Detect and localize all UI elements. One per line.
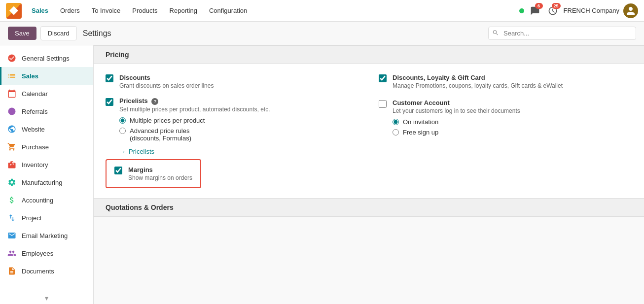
sidebar-item-sales[interactable]: Sales xyxy=(0,67,93,85)
customer-account-radio-free[interactable]: Free sign up xyxy=(393,129,520,136)
discounts-setting: Discounts Grant discounts on sales order… xyxy=(106,74,359,89)
pricelists-link-arrow: → xyxy=(119,148,126,155)
margins-checkbox[interactable] xyxy=(114,167,122,174)
website-icon xyxy=(7,124,17,134)
pricing-right-column: Discounts, Loyalty & Gift Card Manage Pr… xyxy=(379,74,632,188)
sidebar-label-general-settings: General Settings xyxy=(22,55,70,62)
app-logo[interactable] xyxy=(6,3,22,19)
discounts-desc: Grant discounts on sales order lines xyxy=(119,82,214,89)
sidebar-item-employees[interactable]: Employees xyxy=(0,244,93,262)
pricelists-setting: Pricelists ? Set multiple prices per pro… xyxy=(106,97,359,155)
discounts-checkbox[interactable] xyxy=(106,74,113,82)
nav-to-invoice[interactable]: To Invoice xyxy=(87,4,126,17)
general-settings-icon xyxy=(7,53,17,63)
avatar-icon xyxy=(626,6,636,16)
radio-multiple-prices-label: Multiple prices per product xyxy=(130,117,205,124)
user-avatar[interactable] xyxy=(623,3,638,18)
radio-advanced-rules-label: Advanced price rules(discounts, Formulas… xyxy=(130,127,191,142)
search-wrap xyxy=(488,27,636,40)
scroll-down-indicator: ▾ xyxy=(45,294,48,302)
pricing-left-column: Discounts Grant discounts on sales order… xyxy=(106,74,359,188)
pricelists-radio-advanced[interactable]: Advanced price rules(discounts, Formulas… xyxy=(119,127,270,142)
search-input[interactable] xyxy=(488,27,636,40)
status-indicator xyxy=(519,8,524,13)
sidebar-label-sales: Sales xyxy=(22,72,38,80)
sidebar-item-inventory[interactable]: Inventory xyxy=(0,156,93,173)
sidebar-item-calendar[interactable]: Calendar xyxy=(0,85,93,102)
project-icon xyxy=(7,213,17,223)
sidebar-label-accounting: Accounting xyxy=(22,197,53,204)
margins-text: Margins Show margins on orders xyxy=(128,166,192,181)
email-marketing-icon xyxy=(7,231,17,240)
accounting-icon xyxy=(7,195,17,205)
clock-badge: 25 xyxy=(552,3,561,9)
nav-sales[interactable]: Sales xyxy=(27,4,53,17)
toolbar: Save Discard Settings xyxy=(0,22,644,45)
logo-shape xyxy=(9,6,18,15)
discounts-label: Discounts xyxy=(119,74,214,81)
sales-icon xyxy=(7,71,17,81)
customer-account-radio-invitation[interactable]: On invitation xyxy=(393,118,520,126)
pricelists-link[interactable]: → Pricelists xyxy=(119,148,270,155)
referrals-icon xyxy=(7,106,17,116)
discounts-loyalty-checkbox[interactable] xyxy=(379,74,387,82)
pricelists-link-label: Pricelists xyxy=(129,148,154,155)
documents-icon xyxy=(7,266,17,276)
nav-products[interactable]: Products xyxy=(127,4,162,17)
margins-desc: Show margins on orders xyxy=(128,174,192,181)
sidebar-label-project: Project xyxy=(22,214,41,222)
radio-advanced-rules[interactable] xyxy=(119,128,126,134)
nav-orders[interactable]: Orders xyxy=(55,4,85,17)
sidebar-item-general-settings[interactable]: General Settings xyxy=(0,49,93,67)
pricing-section-header: Pricing xyxy=(94,45,644,64)
margins-label: Margins xyxy=(128,166,192,173)
discounts-loyalty-text: Discounts, Loyalty & Gift Card Manage Pr… xyxy=(393,74,563,89)
sidebar-item-manufacturing[interactable]: Manufacturing xyxy=(0,173,93,191)
sidebar-item-project[interactable]: Project xyxy=(0,209,93,227)
customer-account-text: Customer Account Let your customers log … xyxy=(393,99,520,136)
sidebar-label-purchase: Purchase xyxy=(22,143,49,151)
calendar-icon xyxy=(7,89,17,99)
sidebar-item-accounting[interactable]: Accounting xyxy=(0,191,93,209)
pricing-settings-grid: Discounts Grant discounts on sales order… xyxy=(106,74,632,188)
sidebar-label-documents: Documents xyxy=(22,268,54,275)
customer-account-desc: Let your customers log in to see their d… xyxy=(393,107,520,114)
nav-configuration[interactable]: Configuration xyxy=(204,4,252,17)
radio-on-invitation[interactable] xyxy=(393,119,399,125)
sidebar-item-referrals[interactable]: Referrals xyxy=(0,102,93,120)
sidebar-label-calendar: Calendar xyxy=(22,90,48,98)
pricelists-checkbox[interactable] xyxy=(106,98,113,106)
pricing-header-label: Pricing xyxy=(106,51,129,59)
sidebar-label-manufacturing: Manufacturing xyxy=(22,179,62,186)
sidebar-label-referrals: Referrals xyxy=(22,108,48,115)
nav-menu: Sales Orders To Invoice Products Reporti… xyxy=(27,4,252,17)
purchase-icon xyxy=(7,142,17,152)
pricelists-help-icon[interactable]: ? xyxy=(151,98,158,105)
customer-account-checkbox[interactable] xyxy=(379,100,387,108)
radio-on-invitation-label: On invitation xyxy=(403,118,438,126)
sidebar-label-website: Website xyxy=(22,126,45,133)
radio-free-signup[interactable] xyxy=(393,129,399,135)
save-button[interactable]: Save xyxy=(8,27,36,40)
sidebar-item-documents[interactable]: Documents xyxy=(0,262,93,280)
discounts-text: Discounts Grant discounts on sales order… xyxy=(119,74,214,89)
inventory-icon xyxy=(7,160,17,169)
sidebar-item-purchase[interactable]: Purchase xyxy=(0,138,93,156)
radio-free-signup-label: Free sign up xyxy=(403,129,438,136)
pricelists-text: Pricelists ? Set multiple prices per pro… xyxy=(119,97,270,155)
sidebar-item-email-marketing[interactable]: Email Marketing xyxy=(0,227,93,244)
sidebar-label-inventory: Inventory xyxy=(22,161,48,169)
discard-button[interactable]: Discard xyxy=(40,26,77,40)
chat-button[interactable]: 6 xyxy=(528,4,542,18)
nav-reporting[interactable]: Reporting xyxy=(165,4,202,17)
quotations-section-header: Quotations & Orders xyxy=(94,198,644,217)
chat-badge: 6 xyxy=(535,3,543,9)
navbar-right: 6 25 FRENCH Company xyxy=(519,3,638,18)
employees-icon xyxy=(7,248,17,258)
radio-multiple-prices[interactable] xyxy=(119,117,126,124)
pricelists-radio-multiple[interactable]: Multiple prices per product xyxy=(119,117,270,124)
discounts-loyalty-label: Discounts, Loyalty & Gift Card xyxy=(393,74,563,81)
company-name: FRENCH Company xyxy=(564,7,619,14)
sidebar-item-website[interactable]: Website xyxy=(0,120,93,138)
clock-button[interactable]: 25 xyxy=(546,4,560,18)
